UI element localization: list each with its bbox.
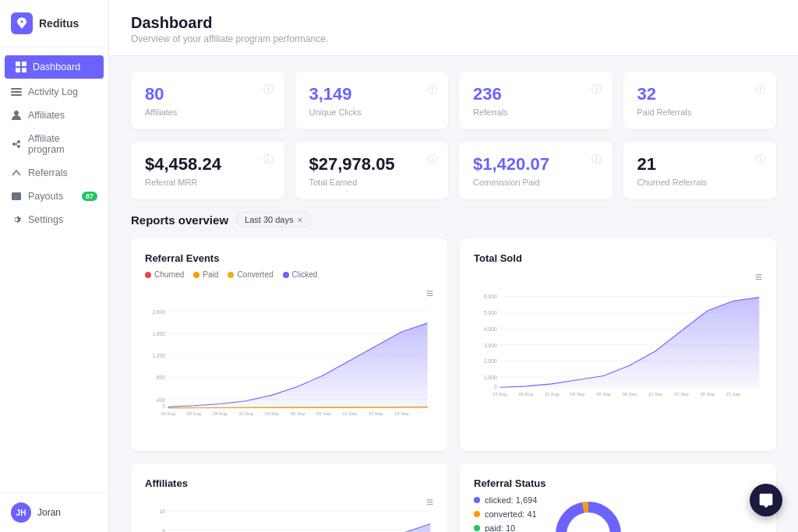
- stat-paid-referrals: 32 Paid Referrals ⓘ: [623, 72, 777, 129]
- stat-value: 21: [637, 154, 763, 174]
- logo-svg: [15, 16, 29, 30]
- svg-text:15 Sep: 15 Sep: [674, 392, 689, 396]
- sidebar-item-dashboard[interactable]: Dashboard: [5, 55, 104, 79]
- svg-text:06 Sep: 06 Sep: [291, 411, 305, 416]
- main-content: Dashboard Overview of your affiliate pro…: [109, 0, 798, 532]
- user-name: Joran: [37, 507, 61, 518]
- info-icon[interactable]: ⓘ: [263, 153, 274, 167]
- sidebar-item-payouts[interactable]: Payouts 87: [0, 185, 108, 208]
- sidebar-item-label: Dashboard: [33, 62, 80, 72]
- chart-menu-icon[interactable]: ≡: [426, 287, 433, 301]
- svg-text:25 Aug: 25 Aug: [493, 392, 507, 396]
- svg-text:03 Sep: 03 Sep: [264, 411, 279, 416]
- svg-text:2,000: 2,000: [484, 358, 497, 364]
- donut-chart: [549, 495, 627, 532]
- legend-churned: Churned: [145, 270, 184, 279]
- stat-label: Referral MRR: [145, 178, 270, 187]
- stat-churned-referrals: 21 Churned Referrals ⓘ: [623, 142, 777, 199]
- referral-events-chart: Referral Events Churned Paid Converted: [131, 238, 447, 451]
- svg-rect-1: [22, 62, 26, 66]
- filter-badge[interactable]: Last 30 days ×: [236, 212, 311, 227]
- affiliates-svg: 10 8 6: [145, 495, 433, 532]
- chat-button[interactable]: [750, 484, 782, 516]
- stat-referrals: 236 Referrals ⓘ: [459, 72, 613, 129]
- svg-text:15 Sep: 15 Sep: [369, 411, 383, 416]
- legend-label: Clicked: [292, 270, 318, 279]
- sidebar-item-referrals[interactable]: Referrals: [0, 161, 108, 185]
- avatar: JH: [11, 502, 31, 523]
- app-name: Reditus: [39, 17, 79, 30]
- reports-title: Reports overview: [131, 213, 228, 227]
- dashboard-icon: [16, 62, 26, 72]
- svg-text:800: 800: [157, 375, 165, 380]
- chart-title: Referral Status: [474, 477, 762, 489]
- svg-text:28 Aug: 28 Aug: [518, 392, 532, 396]
- sidebar-item-affiliate-program[interactable]: Affiliate program: [0, 127, 108, 161]
- chart-container: ≡ 6,000 5,000 4,000 3,000: [474, 270, 762, 428]
- svg-text:3,000: 3,000: [484, 343, 497, 348]
- svg-text:1,000: 1,000: [484, 375, 497, 380]
- payouts-icon: [11, 191, 22, 202]
- stat-total-earned: $27,978.05 Total Earned ⓘ: [295, 142, 449, 199]
- sidebar-item-settings[interactable]: Settings: [0, 208, 108, 231]
- chat-icon: [758, 492, 774, 508]
- legend-converted: Converted: [228, 270, 273, 279]
- legend-dot: [474, 525, 480, 531]
- stat-label: Commission Paid: [473, 178, 598, 187]
- info-icon[interactable]: ⓘ: [591, 153, 602, 167]
- chart-legend: Churned Paid Converted Clicked: [145, 270, 433, 279]
- legend-converted: converted: 41: [474, 509, 537, 519]
- info-icon[interactable]: ⓘ: [427, 153, 437, 167]
- referral-status-content: clicked: 1,694 converted: 41 paid: 10: [474, 495, 762, 532]
- sidebar: Reditus Dashboard Activity Log Affiliate…: [0, 0, 109, 532]
- activity-log-icon: [11, 86, 22, 97]
- legend-label: Churned: [154, 270, 184, 279]
- sidebar-item-label: Affiliates: [28, 110, 65, 121]
- page-subtitle: Overview of your affiliate program perfo…: [131, 33, 776, 44]
- info-icon[interactable]: ⓘ: [755, 153, 765, 167]
- svg-point-9: [17, 140, 20, 143]
- info-icon[interactable]: ⓘ: [755, 83, 765, 97]
- svg-point-8: [12, 143, 16, 146]
- legend-clicked: Clicked: [283, 270, 318, 279]
- legend-clicked: clicked: 1,694: [474, 495, 537, 505]
- stat-value: 32: [637, 84, 763, 104]
- stat-label: Paid Referrals: [637, 107, 763, 117]
- info-icon[interactable]: ⓘ: [591, 83, 602, 97]
- sidebar-item-label: Payouts: [28, 191, 63, 202]
- svg-text:1,600: 1,600: [152, 331, 165, 336]
- legend-label: paid: 10: [485, 523, 515, 532]
- svg-rect-5: [11, 91, 22, 93]
- chart-menu-icon[interactable]: ≡: [755, 270, 762, 284]
- svg-text:18 Sep: 18 Sep: [394, 411, 409, 416]
- info-icon[interactable]: ⓘ: [263, 83, 274, 97]
- stat-affiliates: 80 Affiliates ⓘ: [131, 72, 284, 129]
- sidebar-item-affiliates[interactable]: Affiliates: [0, 104, 108, 127]
- svg-rect-4: [11, 88, 22, 90]
- stat-value: 236: [473, 84, 598, 104]
- stat-label: Referrals: [473, 107, 598, 117]
- legend-label: Converted: [237, 270, 273, 279]
- svg-text:2,000: 2,000: [152, 309, 165, 315]
- legend-paid: Paid: [193, 270, 218, 279]
- stat-value: 80: [145, 84, 270, 104]
- stats-grid-bottom: $4,458.24 Referral MRR ⓘ $27,978.05 Tota…: [131, 142, 776, 199]
- filter-close-icon[interactable]: ×: [297, 215, 302, 224]
- referral-status-chart: Referral Status clicked: 1,694 converted…: [460, 463, 776, 532]
- svg-point-10: [17, 145, 20, 148]
- stat-commission-paid: $1,420.07 Commission Paid ⓘ: [459, 142, 613, 199]
- filter-label: Last 30 days: [245, 215, 293, 224]
- sidebar-item-activity-log[interactable]: Activity Log: [0, 80, 108, 104]
- chart-menu-icon[interactable]: ≡: [426, 495, 433, 509]
- svg-text:12 Sep: 12 Sep: [648, 392, 663, 396]
- svg-rect-2: [16, 68, 20, 72]
- svg-text:18 Sep: 18 Sep: [700, 392, 715, 396]
- affiliate-program-icon: [11, 139, 22, 150]
- legend-dot: [474, 497, 480, 503]
- stat-label: Churned Referrals: [637, 178, 763, 187]
- svg-text:0: 0: [494, 384, 497, 389]
- chart-title: Affiliates: [145, 477, 433, 489]
- info-icon[interactable]: ⓘ: [427, 83, 437, 97]
- svg-text:09 Sep: 09 Sep: [622, 392, 637, 396]
- nav: Dashboard Activity Log Affiliates Affili…: [0, 48, 108, 492]
